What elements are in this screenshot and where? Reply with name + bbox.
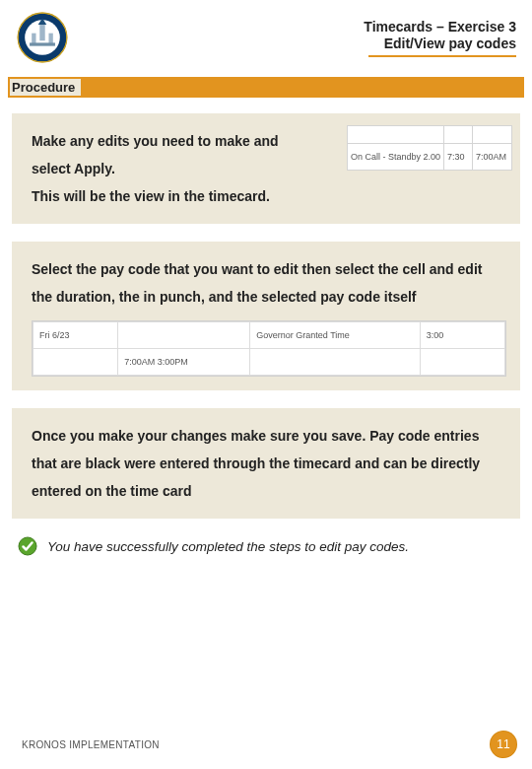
- svg-rect-5: [48, 34, 52, 44]
- step1-text-b: This will be the view in the timecard.: [32, 182, 506, 210]
- checkmark-icon: [18, 536, 37, 556]
- svg-rect-6: [30, 42, 55, 45]
- snippet1-paycode: On Call - Standby 2.00: [348, 144, 444, 171]
- snippet2-span: 7:00AM 3:00PM: [118, 349, 250, 376]
- success-line: You have successfully completed the step…: [18, 536, 520, 556]
- success-text: You have successfully completed the step…: [47, 539, 409, 554]
- snippet1-duration: 7:30: [444, 144, 473, 171]
- step-block-2: Select the pay code that you want to edi…: [12, 242, 520, 390]
- step-block-1: Make any edits you need to make and sele…: [12, 113, 520, 224]
- state-seal-icon: [16, 11, 69, 64]
- step1-text-a: Make any edits you need to make and sele…: [32, 127, 298, 182]
- footer-label: KRONOS IMPLEMENTATION: [22, 739, 160, 750]
- header-title-line1: Timecards – Exercise 3: [364, 19, 516, 36]
- snippet2-date: Fri 6/23: [33, 322, 118, 349]
- svg-rect-4: [32, 34, 35, 44]
- step3-text: Once you make your changes make sure you…: [32, 422, 506, 505]
- header-underline: [368, 55, 516, 57]
- procedure-bar: Procedure: [8, 77, 524, 98]
- procedure-label: Procedure: [10, 79, 81, 96]
- snippet2-paycode: Governor Granted Time: [250, 322, 420, 349]
- page-footer: KRONOS IMPLEMENTATION 11: [0, 732, 532, 757]
- timecard-snippet-1: On Call - Standby 2.00 7:30 7:00AM: [347, 125, 512, 171]
- page-number-badge: 11: [491, 732, 516, 757]
- timecard-snippet-2: Fri 6/23 Governor Granted Time 3:00 7:00…: [32, 320, 506, 377]
- snippet2-amount: 3:00: [420, 322, 504, 349]
- step-block-3: Once you make your changes make sure you…: [12, 408, 520, 519]
- header-title-line2: Edit/View pay codes: [364, 35, 516, 53]
- page-header: Timecards – Exercise 3 Edit/View pay cod…: [0, 0, 532, 73]
- snippet1-in: 7:00AM: [473, 144, 512, 171]
- svg-rect-2: [39, 23, 44, 40]
- step2-text: Select the pay code that you want to edi…: [32, 255, 506, 311]
- header-title-block: Timecards – Exercise 3 Edit/View pay cod…: [364, 19, 516, 57]
